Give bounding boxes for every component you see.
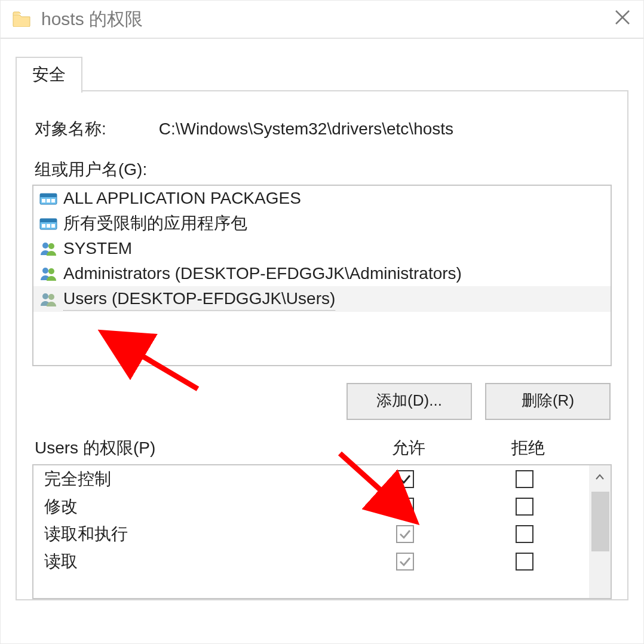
- svg-rect-8: [40, 219, 57, 222]
- list-item[interactable]: Users (DESKTOP-EFDGGJK\Users): [33, 286, 611, 312]
- list-item-label: 所有受限制的应用程序包: [63, 212, 247, 235]
- list-item-label: Administrators (DESKTOP-EFDGGJK\Administ…: [63, 262, 462, 285]
- svg-rect-4: [42, 199, 45, 203]
- window-title: hosts 的权限: [41, 7, 143, 32]
- permission-row: 读取: [33, 548, 589, 575]
- permission-row: 完全控制: [33, 465, 589, 493]
- add-button[interactable]: 添加(D)...: [346, 383, 472, 420]
- permission-name: 修改: [44, 495, 345, 518]
- allow-cell: [345, 498, 465, 516]
- package-icon: [39, 216, 57, 231]
- package-icon: [39, 191, 57, 206]
- scrollbar[interactable]: [589, 465, 611, 598]
- svg-rect-9: [42, 224, 45, 228]
- title-bar: hosts 的权限: [1, 1, 643, 39]
- permissions-allow-header: 允许: [349, 437, 468, 459]
- tab-strip: 安全: [16, 57, 628, 91]
- allow-cell: [345, 553, 465, 571]
- list-item[interactable]: SYSTEM: [33, 236, 611, 261]
- list-item[interactable]: 所有受限制的应用程序包: [33, 211, 611, 236]
- scroll-up-button[interactable]: [589, 465, 611, 488]
- checkbox[interactable]: [516, 470, 533, 488]
- svg-point-16: [42, 293, 48, 299]
- list-item-label: Users (DESKTOP-EFDGGJK\Users): [63, 287, 335, 311]
- svg-point-15: [48, 268, 54, 274]
- permission-row: 修改: [33, 493, 589, 520]
- deny-cell: [465, 498, 584, 516]
- svg-point-12: [42, 243, 48, 249]
- object-name-row: 对象名称: C:\Windows\System32\drivers\etc\ho…: [35, 118, 612, 140]
- allow-cell: [345, 525, 465, 543]
- users-icon: [39, 266, 57, 281]
- permission-row: 读取和执行: [33, 520, 589, 548]
- svg-point-13: [48, 243, 54, 249]
- remove-button[interactable]: 删除(R): [485, 383, 611, 420]
- permissions-title: Users 的权限(P): [35, 437, 349, 459]
- list-item-label: ALL APPLICATION PACKAGES: [63, 187, 301, 210]
- close-icon[interactable]: [614, 8, 631, 30]
- list-item[interactable]: Administrators (DESKTOP-EFDGGJK\Administ…: [33, 261, 611, 286]
- svg-rect-10: [47, 224, 50, 228]
- svg-rect-3: [40, 194, 57, 197]
- deny-cell: [465, 553, 584, 571]
- users-icon: [39, 241, 57, 256]
- list-item[interactable]: ALL APPLICATION PACKAGES: [33, 186, 611, 211]
- users-icon: [39, 292, 57, 307]
- svg-point-17: [48, 294, 54, 300]
- deny-cell: [465, 470, 584, 488]
- checkbox[interactable]: [396, 470, 414, 488]
- scrollbar-thumb[interactable]: [591, 492, 609, 551]
- permission-name: 完全控制: [44, 468, 345, 490]
- checkbox[interactable]: [516, 525, 533, 543]
- permissions-deny-header: 拒绝: [468, 437, 588, 459]
- folder-icon: [13, 11, 30, 26]
- svg-point-14: [42, 268, 48, 274]
- list-item-label: SYSTEM: [63, 237, 132, 260]
- tab-security[interactable]: 安全: [16, 57, 82, 93]
- checkbox[interactable]: [516, 498, 533, 516]
- groups-listbox[interactable]: ALL APPLICATION PACKAGES所有受限制的应用程序包SYSTE…: [32, 185, 612, 366]
- checkbox[interactable]: [396, 553, 414, 571]
- group-buttons-row: 添加(D)... 删除(R): [33, 383, 611, 420]
- svg-rect-11: [51, 224, 55, 228]
- permission-name: 读取和执行: [44, 523, 345, 545]
- svg-rect-6: [51, 199, 55, 203]
- checkbox[interactable]: [396, 525, 414, 543]
- permissions-header: Users 的权限(P) 允许 拒绝: [35, 437, 609, 459]
- object-name-path: C:\Windows\System32\drivers\etc\hosts: [159, 119, 453, 138]
- permission-name: 读取: [44, 550, 345, 573]
- checkbox[interactable]: [396, 498, 414, 516]
- deny-cell: [465, 525, 584, 543]
- allow-cell: [345, 470, 465, 488]
- groups-label: 组或用户名(G):: [35, 158, 612, 181]
- permissions-listbox[interactable]: 完全控制修改读取和执行读取: [32, 464, 612, 599]
- object-name-label: 对象名称:: [35, 118, 154, 140]
- checkbox[interactable]: [516, 553, 533, 571]
- svg-rect-5: [47, 199, 50, 203]
